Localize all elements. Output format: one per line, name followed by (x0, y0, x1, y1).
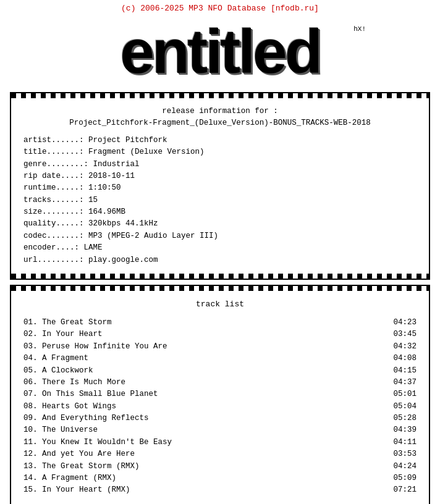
track-number: 09. (23, 413, 42, 424)
track-number: 05. (23, 365, 42, 377)
release-header-line1: release information for : (23, 106, 417, 117)
track-number: 03. (23, 341, 42, 353)
genre-row: genre........: Industrial (23, 159, 417, 170)
tracks-row: tracks......: 15 (23, 195, 417, 206)
release-header: release information for : Project_Pitchf… (23, 106, 417, 130)
track-number: 13. (23, 461, 42, 472)
quality-label: quality.....: (23, 219, 84, 228)
track-duration: 05:28 (379, 413, 417, 424)
size-label: size........: (23, 208, 84, 216)
track-duration: 04:15 (379, 365, 417, 377)
release-info-section: release information for : Project_Pitchf… (10, 92, 430, 280)
runtime-label: runtime.....: (23, 183, 84, 192)
track-row: 13.The Great Storm (RMX)04:24 (23, 461, 417, 472)
track-title: There Is Much More (42, 377, 379, 388)
artist-row: artist......: Project Pitchfork (23, 135, 417, 146)
track-row: 04.A Fragment04:08 (23, 353, 417, 364)
track-title: On This Small Blue Planet (42, 388, 379, 400)
track-row: 05.A Clockwork04:15 (23, 365, 417, 377)
track-row: 02.In Your Heart03:45 (23, 329, 417, 340)
track-duration: 03:53 (379, 448, 417, 460)
track-title: In Your Heart (RMX) (42, 484, 379, 496)
track-row: 11.You Knew It Wouldn't Be Easy04:11 (23, 437, 417, 448)
artist-value: Project Pitchfork (88, 136, 167, 145)
track-number: 12. (23, 448, 42, 460)
track-title: The Great Storm (42, 317, 379, 329)
track-row: 03.Peruse How Infinite You Are04:32 (23, 341, 417, 353)
track-duration: 07:21 (379, 484, 417, 496)
size-value: 164.96MB (88, 208, 125, 216)
track-title: The Great Storm (RMX) (42, 461, 379, 472)
codec-value: MP3 (MPEG-2 Audio Layer III) (88, 232, 218, 240)
track-title: A Fragment (42, 353, 379, 364)
track-title: And Everything Reflects (42, 413, 379, 424)
track-title: The Universe (42, 424, 379, 436)
ripdate-label: rip date....: (23, 172, 84, 180)
tracklist-title: track list (23, 298, 417, 311)
track-list-table: 01.The Great Storm04:2302.In Your Heart0… (23, 317, 417, 497)
track-number: 04. (23, 353, 42, 364)
encoder-value: LAME (84, 243, 103, 252)
track-number: 11. (23, 437, 42, 448)
track-duration: 04:37 (379, 377, 417, 388)
track-title: A Fragment (RMX) (42, 472, 379, 484)
track-title: In Your Heart (42, 329, 379, 340)
release-header-line2: Project_Pitchfork-Fragment_(Deluxe_Versi… (23, 117, 417, 129)
genre-value: Industrial (93, 160, 140, 169)
track-number: 10. (23, 424, 42, 436)
track-duration: 04:32 (379, 341, 417, 353)
track-duration: 04:11 (379, 437, 417, 448)
runtime-row: runtime.....: 1:10:50 (23, 182, 417, 194)
url-label: url.........: (23, 256, 84, 264)
codec-label: codec.......: (23, 232, 84, 240)
quality-value: 320kbps 44.1kHz (88, 219, 158, 228)
track-duration: 03:45 (379, 329, 417, 340)
logo-text: entitled (120, 20, 320, 82)
release-details: artist......: Project Pitchfork title...… (23, 135, 417, 266)
size-row: size........: 164.96MB (23, 206, 417, 218)
track-duration: 04:24 (379, 461, 417, 472)
track-title: Peruse How Infinite You Are (42, 341, 379, 353)
track-duration: 04:08 (379, 353, 417, 364)
track-row: 07.On This Small Blue Planet05:01 (23, 388, 417, 400)
artist-label: artist......: (23, 136, 84, 145)
track-title: You Knew It Wouldn't Be Easy (42, 437, 379, 448)
track-row: 12.And yet You Are Here03:53 (23, 448, 417, 460)
track-row: 01.The Great Storm04:23 (23, 317, 417, 329)
track-duration: 05:04 (379, 401, 417, 413)
track-number: 15. (23, 484, 42, 496)
url-value: play.google.com (88, 256, 158, 264)
tracks-value: 15 (88, 196, 98, 204)
codec-row: codec.......: MP3 (MPEG-2 Audio Layer II… (23, 230, 417, 242)
track-duration: 04:23 (379, 317, 417, 329)
track-row: 14.A Fragment (RMX)05:09 (23, 472, 417, 484)
track-duration: 05:01 (379, 388, 417, 400)
encoder-label: encoder....: (23, 243, 79, 252)
track-number: 08. (23, 401, 42, 413)
logo-area: entitled hX! (0, 14, 440, 87)
copyright-text: (c) 2006-2025 MP3 NFO Database [nfodb.ru… (0, 0, 440, 14)
hx-tag: hX! (353, 25, 366, 33)
genre-label: genre........: (23, 160, 88, 169)
quality-row: quality.....: 320kbps 44.1kHz (23, 218, 417, 230)
track-number: 06. (23, 377, 42, 388)
track-number: 01. (23, 317, 42, 329)
url-row: url.........: play.google.com (23, 254, 417, 266)
track-number: 14. (23, 472, 42, 484)
title-value: Fragment (Deluxe Version) (88, 148, 205, 156)
title-row: title.......: Fragment (Deluxe Version) (23, 146, 417, 158)
tracklist-section: track list 01.The Great Storm04:2302.In … (10, 285, 430, 504)
track-number: 02. (23, 329, 42, 340)
track-row: 09.And Everything Reflects05:28 (23, 413, 417, 424)
track-number: 07. (23, 388, 42, 400)
track-duration: 04:39 (379, 424, 417, 436)
runtime-value: 1:10:50 (88, 183, 121, 192)
title-label: title.......: (23, 148, 84, 156)
tracks-label: tracks......: (23, 196, 84, 204)
track-row: 10.The Universe04:39 (23, 424, 417, 436)
encoder-row: encoder....: LAME (23, 242, 417, 254)
track-row: 15.In Your Heart (RMX)07:21 (23, 484, 417, 496)
track-title: And yet You Are Here (42, 448, 379, 460)
track-title: A Clockwork (42, 365, 379, 377)
track-title: Hearts Got Wings (42, 401, 379, 413)
